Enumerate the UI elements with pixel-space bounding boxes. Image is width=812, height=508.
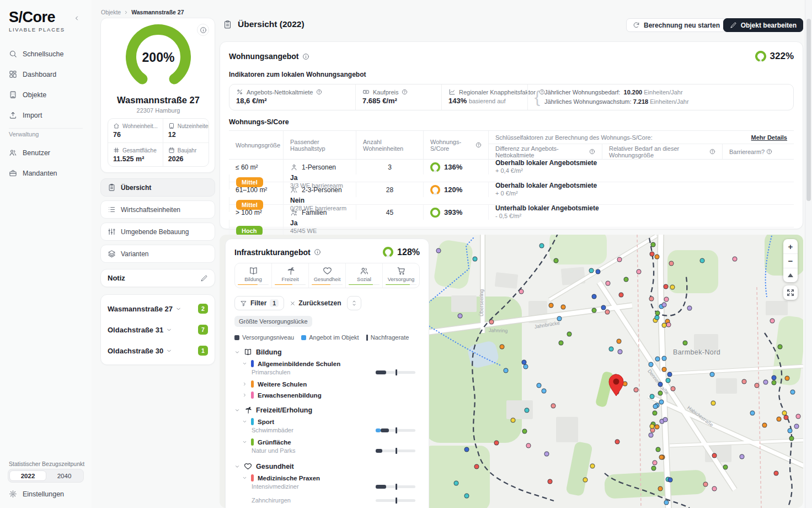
map-poi-dot[interactable]: [519, 289, 523, 294]
map-poi-dot[interactable]: [601, 305, 606, 310]
map-poi-dot[interactable]: [776, 416, 781, 421]
map-poi-dot[interactable]: [634, 388, 639, 393]
map-poi-dot[interactable]: [617, 257, 622, 262]
map-poi-dot[interactable]: [670, 285, 675, 290]
more-details-link[interactable]: Mehr Details: [751, 134, 787, 141]
map-poi-dot[interactable]: [457, 313, 462, 318]
map-poi-dot[interactable]: [733, 256, 738, 261]
map-poi-dot[interactable]: [615, 439, 620, 444]
map-poi-dot[interactable]: [668, 478, 673, 483]
group-gesundheit[interactable]: Gesundheit: [234, 462, 420, 470]
info-icon[interactable]: [314, 248, 321, 256]
map-poi-dot[interactable]: [654, 254, 659, 259]
map-poi-dot[interactable]: [537, 383, 542, 388]
tab-umgebende-bebauung[interactable]: Umgebende Bebauung: [100, 223, 215, 241]
map-poi-dot[interactable]: [661, 323, 666, 328]
map-poi-dot[interactable]: [464, 494, 469, 499]
map-poi-dot[interactable]: [655, 357, 660, 362]
zoom-out-button[interactable]: −: [783, 253, 798, 268]
map-poi-dot[interactable]: [637, 269, 642, 274]
map-poi-dot[interactable]: [656, 447, 661, 452]
tab-bildung[interactable]: Bildung: [235, 263, 271, 288]
map-poi-dot[interactable]: [549, 303, 554, 308]
sidebar-item-mandanten[interactable]: Mandanten: [4, 165, 87, 182]
map-poi-dot[interactable]: [796, 414, 801, 419]
map-poi-dot[interactable]: [652, 460, 657, 465]
map-poi-dot[interactable]: [712, 486, 717, 491]
category-allgemeinbildende-schulen[interactable]: Allgemeinbildende Schulen: [242, 360, 420, 367]
chevron-down-icon[interactable]: [166, 327, 172, 333]
map-poi-dot[interactable]: [658, 486, 663, 491]
tab-uebersicht[interactable]: Übersicht: [100, 178, 215, 197]
map-poi-dot[interactable]: [454, 480, 459, 485]
group-freizeit[interactable]: Freizeit/Erholung: [234, 406, 420, 414]
map-poi-dot[interactable]: [762, 422, 767, 427]
map-poi-dot[interactable]: [590, 464, 595, 469]
question-icon[interactable]: [766, 149, 772, 155]
edit-object-button[interactable]: Objekt bearbeiten: [723, 18, 803, 32]
sidebar-item-objekte[interactable]: Objekte: [4, 86, 87, 103]
map-poi-dot[interactable]: [784, 375, 789, 380]
info-icon[interactable]: [302, 53, 309, 60]
sidebar-collapse-button[interactable]: [72, 13, 82, 23]
category-weitere-schulen[interactable]: Weitere Schulen: [242, 380, 420, 388]
map-poi-dot[interactable]: [649, 296, 654, 301]
map-poi-dot[interactable]: [511, 418, 516, 423]
sidebar-item-import[interactable]: Import: [4, 107, 87, 124]
year-option-2040[interactable]: 2040: [46, 470, 82, 481]
map-poi-dot[interactable]: [770, 319, 775, 324]
active-filter-chip[interactable]: Größte Versorgungslücke: [234, 316, 312, 327]
map-poi-dot[interactable]: [557, 316, 562, 321]
map-poi-dot[interactable]: [789, 436, 794, 441]
map-poi-dot[interactable]: [592, 294, 597, 299]
map-poi-dot[interactable]: [754, 383, 759, 388]
question-icon[interactable]: [709, 149, 715, 155]
collapse-all-button[interactable]: [347, 296, 361, 310]
map-poi-dot[interactable]: [650, 394, 655, 399]
map-poi-dot[interactable]: [608, 346, 613, 351]
map-poi-dot[interactable]: [589, 268, 594, 273]
question-icon[interactable]: [476, 142, 482, 148]
map[interactable]: Barmbek-Nord Dennerstraße Habichtstraße …: [220, 235, 803, 508]
filter-button[interactable]: Filter 1: [234, 296, 284, 310]
map-poi-dot[interactable]: [553, 258, 558, 263]
map-poi-dot[interactable]: [560, 305, 565, 310]
map-poi-dot[interactable]: [436, 248, 441, 253]
map-poi-dot[interactable]: [583, 478, 587, 483]
question-icon[interactable]: [316, 89, 322, 95]
map-poi-dot[interactable]: [649, 251, 654, 256]
reset-filter-button[interactable]: Zurücksetzen: [290, 299, 341, 307]
map-poi-dot[interactable]: [683, 340, 688, 345]
map-poi-dot[interactable]: [606, 281, 611, 285]
map-poi-dot[interactable]: [544, 452, 549, 457]
map-poi-dot[interactable]: [666, 378, 671, 383]
map-poi-dot[interactable]: [649, 432, 654, 437]
map-poi-dot[interactable]: [687, 306, 692, 311]
subcategory-row[interactable]: Schwimmbäder: [252, 426, 415, 435]
map-poi-dot[interactable]: [474, 464, 479, 469]
map-poi-dot[interactable]: [659, 454, 664, 459]
map-poi-dot[interactable]: [494, 440, 499, 445]
restart-calculation-button[interactable]: Berechnung neu starten: [626, 18, 726, 32]
subcategory-row[interactable]: Zahnchirurgen: [252, 496, 415, 505]
map-poi-dot[interactable]: [659, 399, 664, 404]
map-poi-dot[interactable]: [763, 380, 768, 385]
map-poi-dot[interactable]: [649, 362, 654, 367]
map-poi-dot[interactable]: [774, 471, 779, 476]
map-poi-dot[interactable]: [542, 388, 547, 393]
sidebar-item-einstellungen[interactable]: Einstellungen: [4, 485, 87, 502]
map-poi-dot[interactable]: [661, 303, 666, 308]
map-poi-dot[interactable]: [649, 424, 654, 429]
subcategory-row[interactable]: Primarschulen: [252, 368, 415, 377]
question-icon[interactable]: [589, 149, 595, 155]
year-option-2022[interactable]: 2022: [9, 470, 46, 481]
tab-sozial[interactable]: Sozial: [345, 263, 382, 288]
object-info-button[interactable]: [197, 24, 209, 36]
fullscreen-button[interactable]: [783, 285, 798, 300]
category-gruenflaeche[interactable]: Grünfläche: [242, 438, 420, 446]
map-poi-dot[interactable]: [703, 481, 708, 486]
map-poi-dot[interactable]: [652, 410, 657, 415]
map-poi-dot[interactable]: [723, 464, 728, 469]
map-poi-dot[interactable]: [739, 454, 744, 459]
object-list-item[interactable]: Oldachstraße 31 7: [101, 319, 215, 340]
